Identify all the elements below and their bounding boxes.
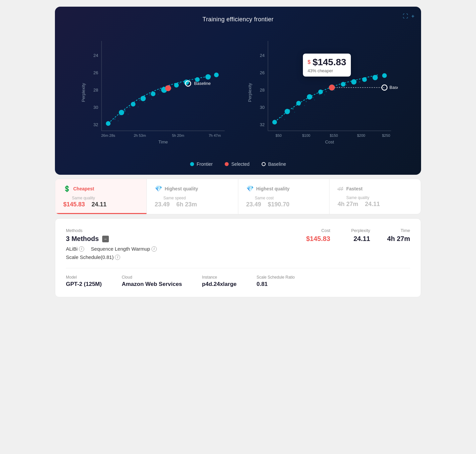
svg-text:26: 26 <box>260 70 265 75</box>
method-scale: Scale Schedule(0.81) i <box>66 254 120 260</box>
legend-baseline: Baseline <box>262 161 286 167</box>
tab-hq-cost-values: 23.49 $190.70 <box>246 201 322 208</box>
cost-value: $145.83 <box>304 235 330 243</box>
svg-point-96 <box>318 90 323 94</box>
model-field: Model GPT-2 (125M) <box>66 275 102 288</box>
details-header-right: Cost Perplexity Time <box>304 228 410 233</box>
svg-text:5h 20m: 5h 20m <box>172 133 184 137</box>
svg-point-102 <box>382 73 387 78</box>
svg-point-101 <box>372 75 378 80</box>
tab-hq-cost[interactable]: 💎 Highest quality Same cost 23.49 $190.7… <box>238 179 330 214</box>
svg-point-80 <box>346 84 347 86</box>
main-container: Training efficiency frontier ⛶ + 24 26 2… <box>55 7 421 297</box>
tab-cheapest-val1: $145.83 <box>63 201 85 208</box>
svg-point-23 <box>159 90 160 91</box>
alibi-label: ALiBi <box>66 246 78 252</box>
svg-point-104 <box>329 85 335 91</box>
tab-fastest[interactable]: 🏎 Fastest Same quality 4h 27m 24.11 <box>330 179 421 214</box>
svg-point-43 <box>131 102 135 107</box>
tab-hq-cost-title: Highest quality <box>256 186 290 191</box>
svg-text:$100: $100 <box>302 133 310 137</box>
tab-hq-speed-title: Highest quality <box>165 186 198 191</box>
svg-point-45 <box>151 92 155 96</box>
baseline-dot-icon <box>262 162 266 166</box>
methods-row: 3 Methods – $145.83 24.11 4h 27m <box>66 235 410 243</box>
add-button[interactable]: + <box>411 13 414 19</box>
perplexity-col-label: Perplexity <box>344 228 370 233</box>
svg-point-52 <box>165 85 171 91</box>
tab-hq-speed[interactable]: 💎 Highest quality Same speed 23.49 6h 23… <box>147 179 238 214</box>
tab-cheapest[interactable]: 💲 Cheapest Same quality $145.83 24.11 <box>55 179 147 214</box>
cost-col-label: Cost <box>304 228 330 233</box>
model-value: GPT-2 (125M) <box>66 281 102 288</box>
legend-selected: Selected <box>225 161 249 167</box>
svg-text:28: 28 <box>94 88 98 93</box>
svg-point-92 <box>272 120 277 124</box>
svg-point-31 <box>138 107 139 108</box>
tab-fastest-values: 4h 27m 24.11 <box>338 201 413 208</box>
svg-point-95 <box>307 94 312 100</box>
svg-point-85 <box>294 112 295 113</box>
cloud-field: Cloud Amazon Web Services <box>122 275 182 288</box>
svg-point-70 <box>281 117 282 118</box>
svg-point-47 <box>174 83 179 88</box>
svg-text:$50: $50 <box>276 133 282 137</box>
tooltip-dollar-icon: $ <box>308 59 311 65</box>
tab-hq-speed-val1: 23.49 <box>155 201 170 208</box>
svg-text:Perplexity: Perplexity <box>247 83 252 102</box>
cloud-label: Cloud <box>122 275 182 280</box>
tooltip-cheaper: 43% cheaper <box>308 68 346 73</box>
svg-point-27 <box>179 83 180 84</box>
svg-point-51 <box>214 73 219 77</box>
scale-ratio-field: Scale Schedule Ratio 0.81 <box>257 275 295 288</box>
tab-fastest-val1: 4h 27m <box>338 201 358 208</box>
tabs-panel: 💲 Cheapest Same quality $145.83 24.11 💎 … <box>55 179 421 214</box>
cheapest-icon: 💲 <box>63 185 71 192</box>
expand-button[interactable]: ⛶ <box>403 13 408 19</box>
svg-point-30 <box>128 114 129 115</box>
svg-point-75 <box>312 97 314 98</box>
slw-label: Sequence Length Warmup <box>91 246 150 252</box>
model-label: Model <box>66 275 102 280</box>
svg-text:2h 53m: 2h 53m <box>134 133 146 137</box>
svg-point-50 <box>205 74 211 80</box>
scale-ratio-value: 0.81 <box>257 281 295 288</box>
tab-fastest-title: Fastest <box>346 186 362 191</box>
svg-point-42 <box>119 110 124 115</box>
alibi-info-icon[interactable]: i <box>79 246 84 252</box>
svg-text:Cost: Cost <box>325 139 334 144</box>
instance-field: Instance p4d.24xlarge <box>202 275 237 288</box>
svg-point-100 <box>362 77 367 82</box>
instance-label: Instance <box>202 275 237 280</box>
cloud-value: Amazon Web Services <box>122 281 182 288</box>
svg-text:24: 24 <box>260 53 265 58</box>
perplexity-value: 24.11 <box>344 235 370 243</box>
tab-cheapest-header: 💲 Cheapest <box>63 185 138 192</box>
svg-point-32 <box>144 102 145 103</box>
slw-info-icon[interactable]: i <box>151 246 157 252</box>
svg-point-93 <box>285 109 290 114</box>
details-panel: Methods Cost Perplexity Time 3 Methods –… <box>55 218 421 297</box>
time-col-label: Time <box>383 228 410 233</box>
svg-point-16 <box>124 110 126 112</box>
tab-hq-cost-subtitle: Same cost <box>255 196 322 200</box>
details-header: Methods Cost Perplexity Time <box>66 228 410 233</box>
collapse-icon[interactable]: – <box>102 236 109 242</box>
frontier-label: Frontier <box>197 161 213 167</box>
cost-chart-svg: 24 26 28 30 32 Perplexity $50 $100 $150 … <box>245 31 398 151</box>
svg-point-48 <box>184 80 189 85</box>
chart-panel: Training efficiency frontier ⛶ + 24 26 2… <box>55 7 421 175</box>
time-chart-svg: 24 26 28 30 32 Perplexity 26m 28s 2h 53m… <box>78 31 231 151</box>
tab-cheapest-subtitle: Same quality <box>72 196 138 200</box>
selected-label: Selected <box>231 161 249 167</box>
selected-dot-icon <box>225 162 229 166</box>
svg-point-44 <box>140 96 146 101</box>
svg-point-99 <box>351 79 357 85</box>
svg-point-98 <box>341 82 346 87</box>
fastest-icon: 🏎 <box>338 185 344 192</box>
scale-info-icon[interactable]: i <box>115 255 120 260</box>
tab-fastest-val2: 24.11 <box>365 201 380 208</box>
svg-point-33 <box>151 99 152 100</box>
tab-cheapest-val2: 24.11 <box>92 201 107 208</box>
chart-legend: Frontier Selected Baseline <box>66 157 410 167</box>
